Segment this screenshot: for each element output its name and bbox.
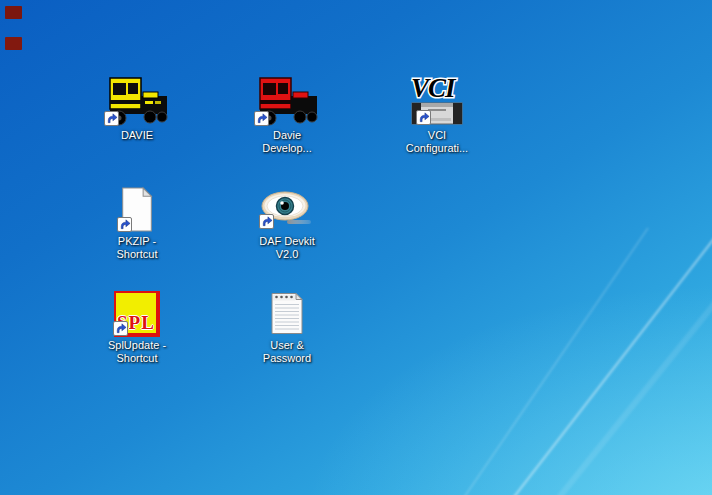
icon-label-line1: DAF Devkit <box>235 235 339 248</box>
icon-label: VCI Configurati... <box>385 129 489 155</box>
corner-mark-artifact-1 <box>5 6 22 19</box>
icon-label: PKZIP - Shortcut <box>85 235 189 261</box>
icon-label-line1: SplUpdate - <box>85 339 189 352</box>
icon-label: DAF Devkit V2.0 <box>235 235 339 261</box>
desktop-icon-pkzip[interactable]: PKZIP - Shortcut <box>85 176 189 261</box>
icon-label-line1: User & <box>235 339 339 352</box>
icon-label: SplUpdate - Shortcut <box>85 339 189 365</box>
desktop-icon-vci-configurator[interactable]: VCI VCI Configurati... <box>385 70 489 155</box>
icon-label-line2: Develop... <box>235 142 339 155</box>
icon-label: Davie Develop... <box>235 129 339 155</box>
notepad-icon <box>267 290 307 337</box>
icon-label: DAVIE <box>85 129 189 142</box>
shortcut-arrow-icon <box>104 111 119 126</box>
desktop-icon-daf-devkit[interactable]: DAF Devkit V2.0 <box>235 176 339 261</box>
corner-mark-artifact-2 <box>5 37 22 50</box>
shortcut-arrow-icon <box>254 111 269 126</box>
icon-label-line2: V2.0 <box>235 248 339 261</box>
desktop[interactable]: DAVIE <box>0 0 712 495</box>
desktop-icon-splupdate[interactable]: SPL SplUpdate - Shortcut <box>85 280 189 365</box>
shortcut-arrow-icon <box>113 321 128 336</box>
icon-label-line2: Password <box>235 352 339 365</box>
icon-label-line2: Shortcut <box>85 352 189 365</box>
icon-label-line1: VCI <box>385 129 489 142</box>
icon-label-line1: PKZIP - <box>85 235 189 248</box>
shortcut-arrow-icon <box>259 214 274 229</box>
desktop-icon-user-password[interactable]: User & Password <box>235 280 339 365</box>
icon-label-line2: Shortcut <box>85 248 189 261</box>
desktop-icon-davie-developer[interactable]: Davie Develop... <box>235 70 339 155</box>
shortcut-arrow-icon <box>117 217 132 232</box>
icon-label-line1: Davie <box>235 129 339 142</box>
icon-label-line1: DAVIE <box>85 129 189 142</box>
icon-label-line2: Configurati... <box>385 142 489 155</box>
vci-icon-text: VCI <box>411 73 457 103</box>
shortcut-arrow-icon <box>416 110 431 125</box>
icon-label: User & Password <box>235 339 339 365</box>
desktop-icon-davie[interactable]: DAVIE <box>85 70 189 142</box>
